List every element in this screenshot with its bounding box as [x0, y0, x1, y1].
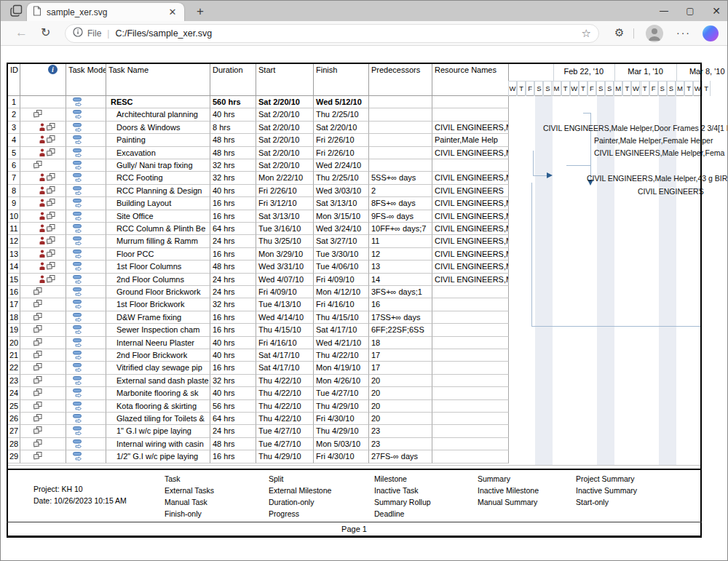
column-header-ind: i — [20, 63, 66, 96]
copy-icon — [47, 250, 55, 258]
cell-id: 17 — [8, 298, 20, 311]
timeline-week-label: Mar 1, '10 — [628, 67, 663, 76]
cell-dur: 40 hrs — [210, 108, 256, 121]
cell-mode — [66, 248, 106, 260]
maximize-button[interactable]: ▢ — [685, 6, 695, 16]
cell-dur: 24 hrs — [210, 235, 256, 247]
gantt-bar-label: Painter,Male Helper,Female Helper — [594, 136, 713, 145]
cell-id: 21 — [8, 349, 20, 362]
cell-mode — [66, 387, 106, 399]
cell-id: 6 — [8, 159, 20, 172]
scheme-label: File — [87, 28, 101, 39]
table-row: 22Vitrified clay sewage pip16 hrsSat 4/1… — [8, 362, 509, 374]
cell-name: 2nd Floor Brickwork — [106, 349, 210, 362]
cell-id: 24 — [8, 387, 20, 399]
settings-menu-icon[interactable]: ··· — [676, 27, 691, 39]
cell-mode — [66, 134, 106, 146]
cell-ind — [20, 450, 66, 463]
legend-top-border — [7, 469, 702, 470]
browser-essentials-icon[interactable]: ⚙ — [614, 26, 624, 39]
gantt-bar-label: CIVIL ENGINEERS — [638, 187, 704, 196]
mode-icon — [73, 414, 83, 423]
copy-icon — [47, 199, 55, 207]
cell-id: 18 — [8, 311, 20, 324]
mode-icon — [73, 313, 83, 322]
profile-avatar[interactable] — [646, 25, 663, 42]
cell-finish: Sat 2/20/10 — [314, 122, 369, 134]
cell-mode — [66, 349, 106, 362]
cell-dur: 16 hrs — [210, 362, 256, 374]
cell-pred: 10FF+∞ days;7 — [369, 223, 432, 235]
cell-id: 29 — [8, 450, 20, 463]
project-name-label: Project: KH 10 — [33, 485, 83, 493]
back-icon[interactable]: ← — [15, 25, 28, 40]
cell-id: 27 — [8, 425, 20, 437]
browser-tab[interactable]: sample_xer.svg ✕ — [27, 3, 184, 21]
cell-dur: 16 hrs — [210, 450, 256, 463]
mode-icon — [73, 250, 83, 258]
cell-res — [432, 400, 509, 413]
cell-finish: Fri 4/09/10 — [314, 274, 369, 286]
minimize-button[interactable]: — — [659, 6, 669, 16]
favorites-star-icon[interactable]: ☆ — [582, 27, 591, 40]
cell-res: CIVIL ENGINEERS,M — [432, 223, 509, 235]
copilot-icon[interactable] — [703, 25, 719, 41]
copy-icon — [33, 402, 42, 410]
cell-finish: Tue 3/30/10 — [314, 248, 369, 260]
cell-name: 1st Floor Columns — [106, 260, 210, 273]
cell-res — [432, 311, 509, 324]
cell-dur: 16 hrs — [210, 197, 256, 210]
cell-res — [432, 438, 509, 450]
cell-name: Ground Floor Brickwork — [106, 286, 210, 298]
cell-mode — [66, 159, 106, 172]
cell-mode — [66, 450, 106, 463]
cell-finish: Thu 4/29/10 — [314, 400, 369, 413]
mode-icon — [73, 161, 83, 170]
cell-pred: 20 — [369, 400, 432, 413]
legend-item-label: Inactive Milestone — [478, 486, 539, 495]
cell-ind — [20, 235, 66, 247]
copy-icon — [33, 363, 42, 371]
cell-res — [432, 349, 509, 362]
cell-start: Tue 3/16/10 — [256, 223, 314, 235]
mode-icon — [73, 325, 83, 334]
window-close-button[interactable]: ✕ — [711, 5, 721, 17]
site-info-icon[interactable] — [73, 27, 83, 40]
new-tab-button[interactable]: + — [191, 3, 209, 20]
column-header-pred: Predecessors — [369, 63, 432, 96]
timeline-day-cell: S — [596, 81, 605, 96]
timeline-day-cell: F — [587, 81, 596, 96]
cell-start: Thu 4/15/10 — [256, 324, 314, 336]
mode-icon — [73, 300, 83, 309]
table-row: 291/2" G.I w/c pipe laying16 hrsThu 4/29… — [8, 450, 509, 463]
cell-start: Thu 3/25/10 — [256, 235, 314, 247]
table-row: 6Gully/ Nani trap fixing32 hrsSat 2/20/1… — [8, 159, 509, 172]
cell-id: 9 — [8, 197, 20, 210]
cell-mode — [66, 210, 106, 223]
link-line — [533, 151, 534, 175]
refresh-icon[interactable]: ↻ — [41, 25, 50, 39]
cell-res: CIVIL ENGINEERS,M — [432, 248, 509, 260]
cell-start: Sat 4/17/10 — [256, 349, 314, 362]
cell-res — [432, 387, 509, 399]
mode-icon — [73, 389, 83, 397]
address-bar[interactable]: File | C:/Files/sample_xer.svg ☆ — [65, 24, 599, 43]
cell-start: Sat 3/13/10 — [256, 210, 314, 223]
weekend-band — [535, 96, 544, 465]
cell-id: 5 — [8, 147, 20, 159]
cell-finish: Mon 3/15/10 — [314, 210, 369, 223]
column-header-name: Task Name — [106, 63, 210, 96]
workspaces-icon[interactable] — [9, 4, 24, 17]
cell-pred: 14 — [369, 274, 432, 286]
cell-id: 1 — [8, 96, 20, 108]
url-text[interactable]: C:/Files/sample_xer.svg — [115, 28, 581, 39]
cell-finish: Wed 5/12/10 — [314, 96, 369, 108]
person-icon — [39, 148, 45, 156]
copy-icon — [47, 212, 55, 220]
person-icon — [39, 186, 45, 194]
cell-dur: 24 hrs — [210, 274, 256, 286]
cell-start: Sat 2/20/10 — [256, 122, 314, 134]
tab-close-icon[interactable]: ✕ — [167, 7, 178, 17]
cell-ind — [20, 362, 66, 374]
mode-icon — [73, 224, 83, 233]
